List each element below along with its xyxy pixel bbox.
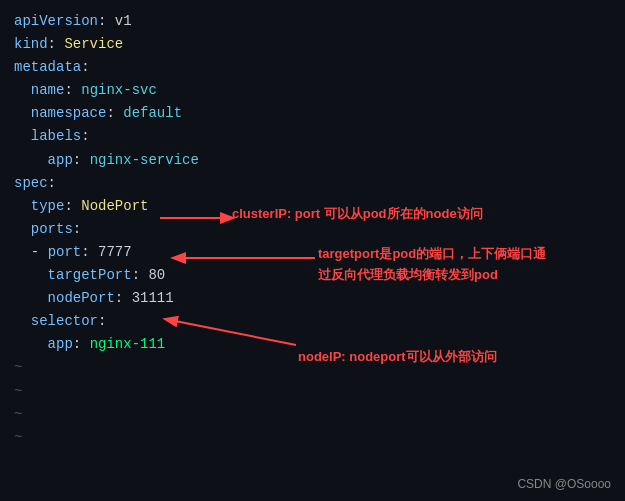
code-line-4: name: nginx-svc [14,79,611,102]
code-line-5: namespace: default [14,102,611,125]
val-nodeport: 31111 [123,290,173,306]
tilde-3: ~ [14,403,611,426]
key-app-label: app [48,152,73,168]
key-targetport: targetPort [48,267,132,283]
key-metadata: metadata [14,59,81,75]
watermark: CSDN @OSoooo [517,477,611,491]
annotation-targetport-2: 过反向代理负载均衡转发到pod [318,266,498,284]
key-selector: selector [31,313,98,329]
key-name: name [31,82,65,98]
key-ports: ports [31,221,73,237]
key-kind: kind [14,36,48,52]
key-nodeport: nodePort [48,290,115,306]
tilde-2: ~ [14,380,611,403]
annotation-targetport-1: targetport是pod的端口，上下俩端口通 [318,245,546,263]
key-type: type [31,198,65,214]
val-type: NodePort [73,198,149,214]
val-kind: Service [56,36,123,52]
key-apiversion: apiVersion [14,13,98,29]
val-targetport: 80 [140,267,165,283]
val-apiversion: v1 [106,13,131,29]
val-app-selector: nginx-111 [81,336,165,352]
val-port: 7777 [90,244,132,260]
tilde-4: ~ [14,426,611,449]
code-line-7: app: nginx-service [14,149,611,172]
code-line-8: spec: [14,172,611,195]
key-namespace: namespace [31,105,107,121]
val-name: nginx-svc [73,82,157,98]
code-line-14: selector: [14,310,611,333]
annotation-nodeip: nodeIP: nodeport可以从外部访问 [298,348,497,366]
key-app-selector: app [48,336,73,352]
code-line-1: apiVersion: v1 [14,10,611,33]
code-line-2: kind: Service [14,33,611,56]
val-namespace: default [115,105,182,121]
val-app-label: nginx-service [81,152,199,168]
annotation-clusterip: clusterIP: port 可以从pod所在的node访问 [232,205,483,223]
code-line-12: targetPort: 80 [14,264,611,287]
key-spec: spec [14,175,48,191]
code-line-6: labels: [14,125,611,148]
editor-area: apiVersion: v1 kind: Service metadata: n… [0,0,625,501]
key-labels: labels [31,128,81,144]
code-line-3: metadata: [14,56,611,79]
dash: - [31,244,48,260]
code-line-13: nodePort: 31111 [14,287,611,310]
key-port: port [48,244,82,260]
